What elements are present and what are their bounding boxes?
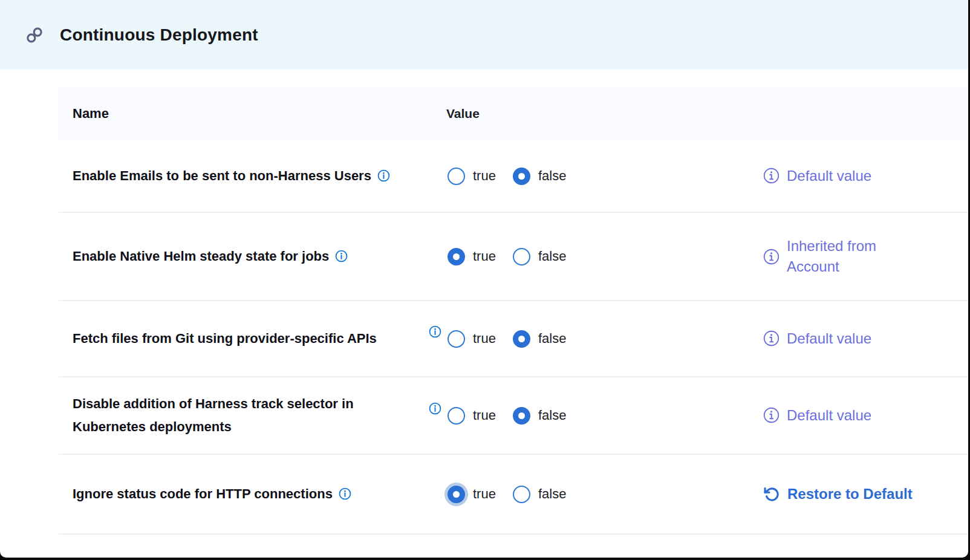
radio-true-label[interactable]: true: [473, 331, 496, 347]
radio-false-circle[interactable]: [513, 248, 530, 265]
setting-name-cell: Disable addition of Harness track select…: [59, 392, 425, 438]
setting-value-cell: true false: [425, 140, 754, 212]
radio-option-false[interactable]: false: [513, 486, 566, 503]
radio-true-label[interactable]: true: [473, 408, 496, 423]
info-icon[interactable]: [429, 325, 441, 338]
radio-false-circle[interactable]: [513, 407, 530, 425]
table-row: Ignore status code for HTTP connections …: [59, 455, 968, 535]
info-circle-icon[interactable]: [763, 407, 780, 423]
table-row: Disable addition of Harness track select…: [59, 377, 968, 455]
radio-false-circle[interactable]: [513, 486, 530, 503]
radio-option-true[interactable]: true: [448, 168, 496, 185]
section-header: Continuous Deployment: [0, 0, 968, 70]
setting-name-cell: Ignore status code for HTTP connections: [59, 483, 425, 506]
radio-false-label[interactable]: false: [538, 408, 566, 423]
setting-value-cell: true false: [425, 377, 754, 454]
setting-name-label: Enable Emails to be sent to non-Harness …: [73, 168, 390, 183]
radio-false-circle[interactable]: [513, 168, 530, 185]
setting-name-cell: Fetch files from Git using provider-spec…: [59, 327, 425, 350]
info-icon[interactable]: [335, 250, 348, 262]
table-body: Enable Emails to be sent to non-Harness …: [59, 140, 968, 535]
radio-false-label[interactable]: false: [538, 249, 566, 264]
radio-option-false[interactable]: false: [513, 248, 566, 265]
radio-option-false[interactable]: false: [513, 168, 566, 185]
radio-true-label[interactable]: true: [473, 249, 496, 264]
table-row: Enable Emails to be sent to non-Harness …: [59, 140, 968, 213]
section-title: Continuous Deployment: [60, 25, 258, 45]
info-icon[interactable]: [429, 402, 441, 415]
radio-option-false[interactable]: false: [513, 330, 566, 348]
setting-value-cell: true false: [425, 301, 754, 376]
radio-true-circle[interactable]: [448, 168, 465, 185]
table-row: Enable Native Helm steady state for jobs…: [59, 213, 968, 301]
radio-true-label[interactable]: true: [473, 168, 496, 184]
column-header-name: Name: [59, 102, 425, 125]
table-header-row: Name Value: [59, 87, 968, 140]
column-header-value: Value: [425, 87, 754, 140]
info-circle-icon[interactable]: [763, 168, 780, 184]
setting-name-label: Enable Native Helm steady state for jobs: [73, 249, 348, 264]
status-text: Default value: [787, 405, 871, 426]
radio-true-circle[interactable]: [448, 407, 465, 425]
status-text: Inherited from Account: [787, 236, 876, 277]
info-circle-icon[interactable]: [763, 249, 780, 265]
restore-icon[interactable]: [763, 486, 780, 503]
status-text[interactable]: Restore to Default: [787, 484, 913, 504]
setting-name-label: Ignore status code for HTTP connections: [73, 486, 351, 501]
setting-status-cell: Default value: [754, 405, 968, 426]
setting-name-cell: Enable Native Helm steady state for jobs: [59, 245, 425, 268]
status-text: Default value: [787, 328, 871, 349]
info-circle-icon[interactable]: [763, 330, 780, 347]
radio-option-true[interactable]: true: [448, 248, 496, 265]
radio-option-true[interactable]: true: [448, 486, 496, 503]
radio-false-label[interactable]: false: [538, 486, 566, 502]
setting-name-label: Fetch files from Git using provider-spec…: [73, 331, 377, 346]
radio-option-false[interactable]: false: [513, 407, 566, 425]
settings-table: Name Value Enable Emails to be sent to n…: [59, 87, 968, 535]
settings-page: Continuous Deployment Name Value Enable …: [0, 0, 968, 558]
status-text: Default value: [787, 166, 871, 186]
radio-false-label[interactable]: false: [538, 168, 566, 184]
setting-value-cell: true false: [425, 455, 754, 533]
radio-option-true[interactable]: true: [448, 407, 496, 425]
setting-status-cell: Inherited from Account: [754, 236, 968, 277]
radio-false-label[interactable]: false: [538, 331, 566, 347]
radio-false-circle[interactable]: [513, 330, 530, 348]
chain-link-icon: [25, 26, 44, 44]
setting-status-cell: Default value: [754, 166, 968, 186]
setting-name-cell: Enable Emails to be sent to non-Harness …: [59, 164, 425, 187]
radio-option-true[interactable]: true: [448, 330, 496, 348]
info-icon[interactable]: [377, 169, 390, 182]
setting-value-cell: true false: [425, 213, 754, 300]
radio-true-label[interactable]: true: [473, 486, 496, 502]
setting-status-cell[interactable]: Restore to Default: [754, 484, 968, 504]
radio-true-circle[interactable]: [448, 248, 465, 265]
info-icon[interactable]: [339, 487, 351, 500]
table-row: Fetch files from Git using provider-spec…: [59, 301, 968, 377]
setting-name-label: Disable addition of Harness track select…: [73, 396, 354, 434]
setting-status-cell: Default value: [754, 328, 968, 349]
radio-true-circle[interactable]: [448, 486, 465, 503]
radio-true-circle[interactable]: [448, 330, 465, 348]
